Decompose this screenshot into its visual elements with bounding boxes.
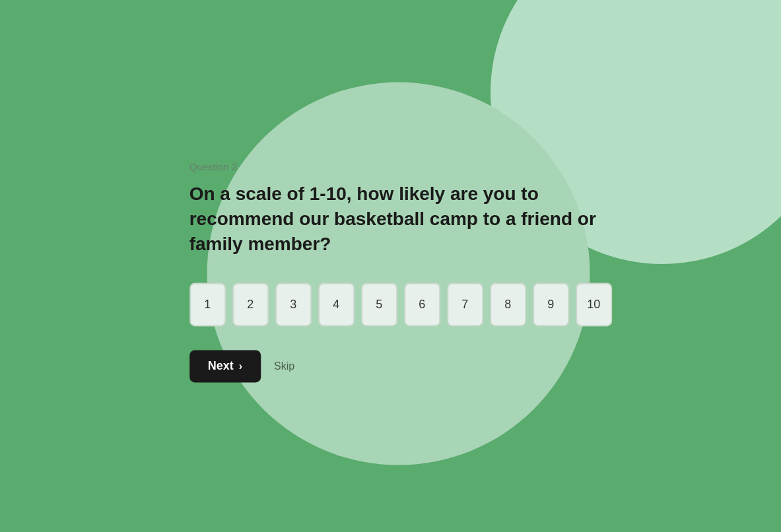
next-label: Next [208,360,234,374]
scale-btn-4[interactable]: 4 [318,283,355,327]
scale-btn-9[interactable]: 9 [533,283,569,327]
scale-btn-10[interactable]: 10 [576,283,612,327]
question-text: On a scale of 1-10, how likely are you t… [189,182,612,256]
question-label: Question 2 [189,161,612,172]
chevron-right-icon: › [239,360,242,372]
skip-button[interactable]: Skip [274,360,294,372]
scale-btn-7[interactable]: 7 [447,283,483,327]
actions-row: Next › Skip [189,350,612,383]
scale-btn-5[interactable]: 5 [361,283,397,327]
question-card: Question 2 On a scale of 1-10, how likel… [150,121,652,422]
scale-btn-1[interactable]: 1 [189,283,226,327]
scale-btn-8[interactable]: 8 [490,283,526,327]
scale-btn-6[interactable]: 6 [404,283,440,327]
scale-btn-2[interactable]: 2 [232,283,269,327]
scale-btn-3[interactable]: 3 [275,283,312,327]
scale-button-group: 12345678910 [189,283,612,327]
next-button[interactable]: Next › [189,350,261,383]
